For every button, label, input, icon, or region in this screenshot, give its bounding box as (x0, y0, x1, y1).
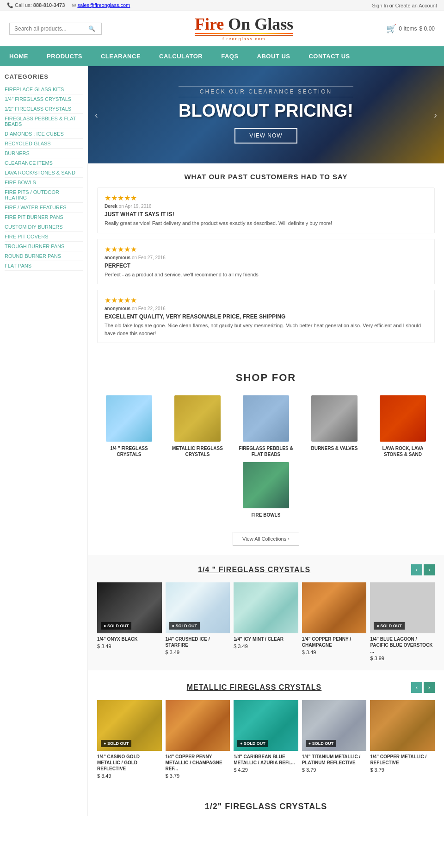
nav-home[interactable]: HOME (0, 46, 37, 66)
shop-collection-item[interactable]: BURNERS & VALVES (304, 395, 364, 451)
metallic-products-grid: ● SOLD OUT 1/4" CASINO GOLD METALLIC / G… (97, 700, 435, 779)
main-container: CATEGORIES FIREPLACE GLASS KITS1/4" FIRE… (0, 66, 444, 816)
product-image (234, 582, 298, 633)
product-price: $ 3.99 (370, 656, 435, 661)
collection-thumb (243, 395, 289, 442)
sidebar-item[interactable]: BURNERS (5, 149, 83, 158)
product-image: ● SOLD OUT (97, 700, 162, 751)
review-card: ★★★★★ anonymous on Feb 22, 2016 EXCELLEN… (97, 290, 435, 343)
metallic-prev-button[interactable]: ‹ (411, 682, 422, 693)
product-name: 1/4" ICY MINT / CLEAR (234, 636, 298, 642)
product-card[interactable]: ● SOLD OUT 1/4" BLUE LAGOON / PACIFIC BL… (370, 582, 435, 661)
sidebar-item[interactable]: TROUGH BURNER PANS (5, 242, 83, 251)
hero-banner: ‹ CHECK OUR CLEARANCE SECTION BLOWOUT PR… (88, 66, 444, 163)
nav-clearance[interactable]: CLEARANCE (92, 46, 150, 66)
search-area[interactable]: 🔍 (9, 23, 102, 35)
review-body: Perfect - as a product and service. we'l… (105, 271, 427, 279)
sidebar-item[interactable]: 1/4" FIREGLASS CRYSTALS (5, 94, 83, 104)
sold-out-badge: ● SOLD OUT (374, 622, 404, 630)
product-name: 1/4" CRUSHED ICE / STARFIRE (166, 636, 230, 648)
sidebar-item[interactable]: FIRE BOWLS (5, 178, 83, 187)
hero-nav-left[interactable]: ‹ (90, 105, 103, 125)
metallic-section-header: METALLIC FIREGLASS CRYSTALS ‹ › (97, 682, 435, 693)
shop-collection-item[interactable]: LAVA ROCK, LAVA STONES & SAND (373, 395, 433, 457)
review-stars: ★★★★★ (105, 245, 427, 254)
product-image: ● SOLD OUT (97, 582, 162, 633)
product-price: $ 3.49 (97, 773, 162, 779)
nav-faqs[interactable]: FAQS (212, 46, 247, 66)
collection-label: LAVA ROCK, LAVA STONES & SAND (373, 445, 433, 457)
metallic-next-button[interactable]: › (424, 682, 435, 693)
sidebar-item[interactable]: FIRE / WATER FEATURES (5, 203, 83, 212)
sidebar-item[interactable]: FIREPLACE GLASS KITS (5, 85, 83, 94)
shop-collection-item[interactable]: FIRE BOWLS (236, 462, 296, 518)
hero-nav-right[interactable]: › (429, 105, 442, 125)
logo-glass: Glass (254, 15, 293, 33)
product-name: 1/4" CASINO GOLD METALLIC / GOLD REFLECT… (97, 754, 162, 772)
review-card: ★★★★★ anonymous on Feb 27, 2016 PERFECT … (97, 239, 435, 285)
shop-collection-item[interactable]: METALLIC FIREGLASS CRYSTALS (167, 395, 228, 457)
cart-total: $ 0.00 (419, 25, 435, 32)
sidebar-item[interactable]: LAVA ROCK/STONES & SAND (5, 168, 83, 178)
fireglass-section-header: 1/4 " FIREGLASS CRYSTALS ‹ › (97, 564, 435, 575)
sidebar-title: CATEGORIES (5, 73, 83, 80)
sidebar-item[interactable]: FIRE PITS / OUTDOOR HEATING (5, 187, 83, 203)
shop-collection-item[interactable]: 1/4 " FIREGLASS CRYSTALS (99, 395, 159, 457)
product-card[interactable]: 1/4" COPPER PENNY METALLIC / CHAMPAGNE R… (166, 700, 230, 779)
signin-link[interactable]: Sign In (372, 3, 388, 8)
product-card[interactable]: 1/4" COPPER METALLIC / REFLECTIVE $ 3.79 (370, 700, 435, 779)
sidebar: CATEGORIES FIREPLACE GLASS KITS1/4" FIRE… (0, 66, 88, 816)
product-image: ● SOLD OUT (166, 582, 230, 633)
product-name: 1/4" ONYX BLACK (97, 636, 162, 642)
product-card[interactable]: 1/4" ICY MINT / CLEAR $ 3.49 (234, 582, 298, 661)
collection-label: 1/4 " FIREGLASS CRYSTALS (99, 445, 159, 457)
hero-cta-button[interactable]: VIEW NOW (234, 128, 297, 144)
product-card[interactable]: ● SOLD OUT 1/4" ONYX BLACK $ 3.49 (97, 582, 162, 661)
review-headline: JUST WHAT IT SAYS IT IS! (105, 211, 427, 218)
search-input[interactable] (14, 25, 88, 32)
fireglass-section: 1/4 " FIREGLASS CRYSTALS ‹ › ● SOLD OUT … (88, 555, 444, 670)
shop-collection-item[interactable]: FIREGLASS PEBBLES & FLAT BEADS (236, 395, 296, 457)
sidebar-item[interactable]: CUSTOM DIY BURNERS (5, 222, 83, 232)
sidebar-item[interactable]: CLEARANCE ITEMS (5, 158, 83, 168)
search-icon[interactable]: 🔍 (88, 25, 95, 32)
nav-contact-us[interactable]: CONTACT US (299, 46, 359, 66)
product-price: $ 3.49 (97, 643, 162, 649)
product-card[interactable]: ● SOLD OUT 1/4" TITANIUM METALLIC / PLAT… (302, 700, 367, 779)
sold-out-badge: ● SOLD OUT (169, 622, 200, 630)
collection-label: FIRE BOWLS (236, 512, 296, 518)
cart-area[interactable]: 🛒 0 Items $ 0.00 (386, 24, 435, 34)
nav-products[interactable]: PRODUCTS (37, 46, 92, 66)
product-price: $ 3.79 (166, 773, 230, 779)
sidebar-item[interactable]: 1/2" FIREGLASS CRYSTALS (5, 104, 83, 114)
logo-on: On (224, 15, 254, 33)
product-image (302, 582, 367, 633)
shop-for-section: SHOP FOR 1/4 " FIREGLASS CRYSTALS METALL… (88, 358, 444, 555)
top-bar-left: 📞 Call us: 888-810-3473 ✉ sales@fireongl… (7, 2, 130, 8)
sidebar-item[interactable]: DIAMONDS : ICE CUBES (5, 129, 83, 139)
nav-about-us[interactable]: ABOUT US (248, 46, 300, 66)
product-name: 1/4" COPPER PENNY / CHAMPAGNE (302, 636, 367, 648)
review-headline: PERFECT (105, 262, 427, 269)
sidebar-item[interactable]: FIREGLASS PEBBLES & FLAT BEADS (5, 114, 83, 129)
sidebar-item[interactable]: RECYCLED GLASS (5, 139, 83, 149)
email-link[interactable]: sales@fireonglass.com (77, 2, 130, 8)
product-card[interactable]: ● SOLD OUT 1/4" CRUSHED ICE / STARFIRE $… (166, 582, 230, 661)
sidebar-item[interactable]: FIRE PIT BURNER PANS (5, 212, 83, 222)
sidebar-item[interactable]: FLAT PANS (5, 261, 83, 271)
collection-thumb (311, 395, 358, 442)
product-price: $ 3.49 (234, 643, 298, 649)
sidebar-item[interactable]: ROUND BURNER PANS (5, 251, 83, 261)
product-card[interactable]: ● SOLD OUT 1/4" CARIBBEAN BLUE METALLIC … (234, 700, 298, 779)
view-all-collections-button[interactable]: View All Collections › (233, 532, 299, 546)
fireglass-prev-button[interactable]: ‹ (411, 564, 422, 575)
logo-text: Fire On Glass (195, 16, 293, 32)
product-image: ● SOLD OUT (234, 700, 298, 751)
product-card[interactable]: 1/4" COPPER PENNY / CHAMPAGNE $ 3.49 (302, 582, 367, 661)
product-card[interactable]: ● SOLD OUT 1/4" CASINO GOLD METALLIC / G… (97, 700, 162, 779)
create-account-link[interactable]: Create an Account (395, 3, 437, 8)
sidebar-item[interactable]: FIRE PIT COVERS (5, 232, 83, 242)
metallic-section-title: METALLIC FIREGLASS CRYSTALS (97, 683, 411, 692)
fireglass-next-button[interactable]: › (424, 564, 435, 575)
nav-calculator[interactable]: CALCULATOR (150, 46, 212, 66)
